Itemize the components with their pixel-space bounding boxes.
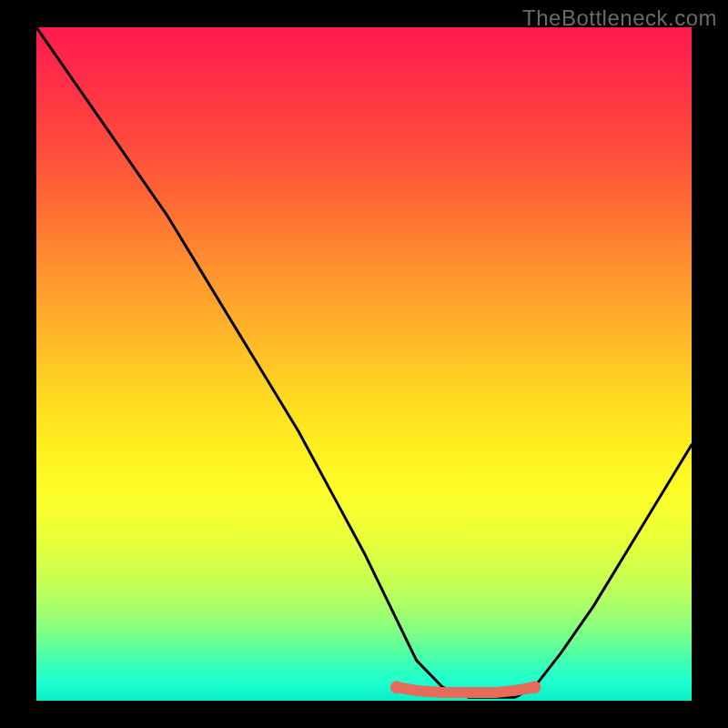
chart-svg bbox=[36, 27, 692, 701]
bottleneck-curve-path bbox=[36, 27, 692, 697]
optimal-flat-marker bbox=[397, 687, 534, 693]
optimal-marker-start bbox=[390, 681, 403, 693]
watermark-text: TheBottleneck.com bbox=[522, 5, 717, 31]
optimal-marker-end bbox=[528, 681, 541, 693]
chart-plot-area bbox=[36, 27, 692, 701]
